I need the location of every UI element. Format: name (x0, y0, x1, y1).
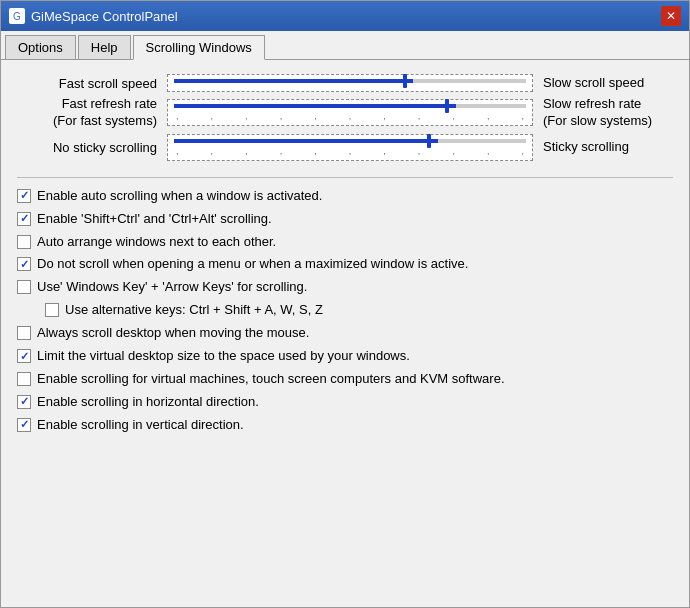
tab-bar: Options Help Scrolling Windows (1, 31, 689, 60)
content-area: Fast scroll speed Slow scroll speed Fast… (1, 60, 689, 450)
sticky-scrolling-label-left: No sticky scrolling (17, 140, 157, 155)
refresh-rate-label-right: Slow refresh rate (For slow systems) (543, 96, 673, 130)
vertical-checkbox[interactable] (17, 418, 31, 432)
auto-arrange-checkbox[interactable] (17, 235, 31, 249)
checkbox-windows-key: Use' Windows Key' + 'Arrow Keys' for scr… (17, 279, 673, 296)
sticky-scrolling-fill (174, 139, 438, 143)
sticky-scrolling-track (174, 139, 526, 143)
checkbox-auto-scroll: Enable auto scrolling when a window is a… (17, 188, 673, 205)
sticky-scrolling-label-right: Sticky scrolling (543, 139, 673, 156)
refresh-rate-thumb (445, 99, 449, 113)
shift-ctrl-label: Enable 'Shift+Ctrl' and 'Ctrl+Alt' scrol… (37, 211, 272, 228)
app-icon: G (9, 8, 25, 24)
main-window: G GiMeSpace ControlPanel ✕ Options Help … (0, 0, 690, 608)
sticky-scrolling-thumb (427, 134, 431, 148)
checkbox-scroll-desktop: Always scroll desktop when moving the mo… (17, 325, 673, 342)
checkbox-shift-ctrl: Enable 'Shift+Ctrl' and 'Ctrl+Alt' scrol… (17, 211, 673, 228)
shift-ctrl-checkbox[interactable] (17, 212, 31, 226)
divider (17, 177, 673, 178)
refresh-rate-ticks: , , , , , , , , , , , (174, 112, 526, 121)
title-bar: G GiMeSpace ControlPanel ✕ (1, 1, 689, 31)
scroll-speed-row: Fast scroll speed Slow scroll speed (17, 74, 673, 92)
scroll-desktop-checkbox[interactable] (17, 326, 31, 340)
scroll-speed-label-right: Slow scroll speed (543, 75, 673, 92)
checkbox-virtual-machines: Enable scrolling for virtual machines, t… (17, 371, 673, 388)
refresh-rate-track (174, 104, 526, 108)
scroll-speed-label-left: Fast scroll speed (17, 76, 157, 91)
tab-options[interactable]: Options (5, 35, 76, 59)
checkboxes-section: Enable auto scrolling when a window is a… (17, 188, 673, 434)
checkbox-vertical: Enable scrolling in vertical direction. (17, 417, 673, 434)
checkbox-alt-keys: Use alternative keys: Ctrl + Shift + A, … (45, 302, 673, 319)
refresh-rate-row: Fast refresh rate (For fast systems) , ,… (17, 96, 673, 130)
sliders-section: Fast scroll speed Slow scroll speed Fast… (17, 74, 673, 161)
alt-keys-label: Use alternative keys: Ctrl + Shift + A, … (65, 302, 323, 319)
title-bar-left: G GiMeSpace ControlPanel (9, 8, 178, 24)
checkbox-horizontal: Enable scrolling in horizontal direction… (17, 394, 673, 411)
checkbox-auto-arrange: Auto arrange windows next to each other. (17, 234, 673, 251)
checkbox-no-scroll-menu: Do not scroll when opening a menu or whe… (17, 256, 673, 273)
scroll-speed-fill (174, 79, 413, 83)
refresh-rate-label-left: Fast refresh rate (For fast systems) (17, 96, 157, 130)
no-scroll-menu-checkbox[interactable] (17, 257, 31, 271)
limit-virtual-label: Limit the virtual desktop size to the sp… (37, 348, 410, 365)
tab-scrolling-windows[interactable]: Scrolling Windows (133, 35, 265, 60)
alt-keys-checkbox[interactable] (45, 303, 59, 317)
scroll-desktop-label: Always scroll desktop when moving the mo… (37, 325, 309, 342)
refresh-rate-fill (174, 104, 456, 108)
windows-key-checkbox[interactable] (17, 280, 31, 294)
virtual-machines-checkbox[interactable] (17, 372, 31, 386)
virtual-machines-label: Enable scrolling for virtual machines, t… (37, 371, 505, 388)
windows-key-label: Use' Windows Key' + 'Arrow Keys' for scr… (37, 279, 307, 296)
vertical-label: Enable scrolling in vertical direction. (37, 417, 244, 434)
horizontal-label: Enable scrolling in horizontal direction… (37, 394, 259, 411)
auto-arrange-label: Auto arrange windows next to each other. (37, 234, 276, 251)
tab-help[interactable]: Help (78, 35, 131, 59)
no-scroll-menu-label: Do not scroll when opening a menu or whe… (37, 256, 468, 273)
auto-scroll-label: Enable auto scrolling when a window is a… (37, 188, 322, 205)
refresh-rate-label-line1: Fast refresh rate (For fast systems) (53, 96, 157, 128)
sticky-scrolling-row: No sticky scrolling , , , , , , , , (17, 134, 673, 161)
checkbox-limit-virtual: Limit the virtual desktop size to the sp… (17, 348, 673, 365)
window-title: GiMeSpace ControlPanel (31, 9, 178, 24)
refresh-rate-slider-container[interactable]: , , , , , , , , , , , (167, 99, 533, 126)
close-button[interactable]: ✕ (661, 6, 681, 26)
auto-scroll-checkbox[interactable] (17, 189, 31, 203)
app-icon-letter: G (13, 11, 21, 22)
scroll-speed-slider-container[interactable] (167, 74, 533, 92)
scroll-speed-track (174, 79, 526, 83)
limit-virtual-checkbox[interactable] (17, 349, 31, 363)
sticky-scrolling-slider-container[interactable]: , , , , , , , , , , , (167, 134, 533, 161)
sticky-scrolling-ticks: , , , , , , , , , , , (174, 147, 526, 156)
scroll-speed-thumb (403, 74, 407, 88)
horizontal-checkbox[interactable] (17, 395, 31, 409)
